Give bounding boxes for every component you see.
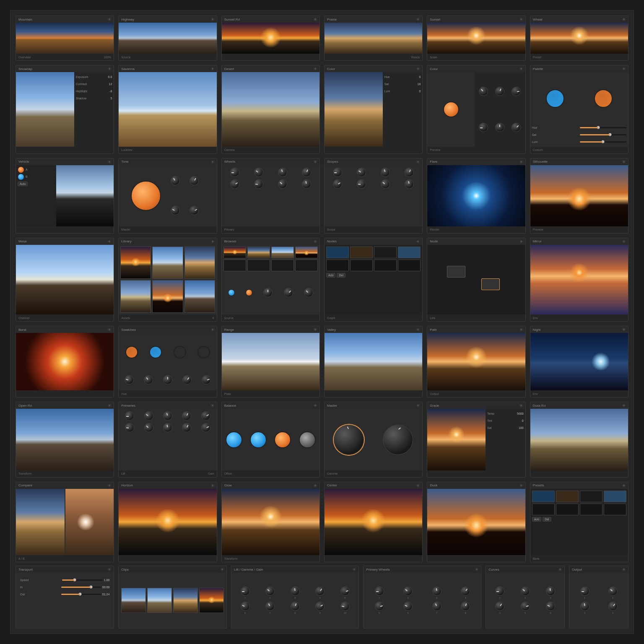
wheel-shadow[interactable] xyxy=(226,431,242,448)
clip-thumb[interactable] xyxy=(247,247,270,258)
knob[interactable] xyxy=(333,179,342,189)
tile-body[interactable] xyxy=(427,72,525,146)
empty-slot[interactable] xyxy=(247,260,270,271)
node-thumb[interactable] xyxy=(604,504,626,515)
preset-tile[interactable]: SunsetScale xyxy=(427,16,525,61)
knob[interactable] xyxy=(144,423,153,432)
preset-tile[interactable]: BrowserSource xyxy=(221,238,320,322)
knob[interactable] xyxy=(263,288,273,297)
preset-tile[interactable]: Dusk Rd xyxy=(530,402,628,477)
clip[interactable] xyxy=(199,588,224,613)
del-button[interactable]: Del xyxy=(543,517,551,522)
tile-body[interactable] xyxy=(16,245,114,314)
preset-tile[interactable]: SwatchesHue xyxy=(118,326,217,397)
tile-body[interactable] xyxy=(427,23,525,54)
knob[interactable] xyxy=(383,425,413,455)
dot[interactable] xyxy=(18,174,24,180)
preset-tile[interactable]: PresetsAddDelBank xyxy=(530,482,628,562)
preset-tile[interactable]: GlowTransform xyxy=(221,482,320,562)
knob[interactable] xyxy=(291,587,300,596)
tile-body[interactable] xyxy=(222,23,319,54)
tile-body[interactable]: Hue0Sat18Lum0 xyxy=(325,72,422,146)
preset-tile[interactable]: HighwaySource xyxy=(118,16,217,61)
tile-body[interactable] xyxy=(222,72,319,146)
preset-tile[interactable]: MountainOverview100% xyxy=(16,16,114,61)
preset-tile[interactable]: WheatPreset xyxy=(530,16,628,61)
tile-body[interactable]: Exposure0.0Contrast12Highlight-8Shadow5 xyxy=(16,72,114,146)
preset-tile[interactable]: NightEnv xyxy=(530,326,628,397)
knob[interactable] xyxy=(580,602,589,611)
tile-body[interactable] xyxy=(530,333,628,390)
knob[interactable] xyxy=(608,587,618,596)
tile-body[interactable] xyxy=(119,23,216,54)
tile-body[interactable] xyxy=(119,165,216,226)
knob[interactable] xyxy=(171,176,180,185)
empty-slot[interactable] xyxy=(295,260,318,271)
knob[interactable] xyxy=(190,206,199,215)
tile-body[interactable] xyxy=(325,333,422,390)
tile-body[interactable] xyxy=(325,165,422,226)
preset-tile[interactable]: PathOutput xyxy=(427,326,525,397)
knob[interactable] xyxy=(405,168,414,177)
preset-tile[interactable]: Sunset Rd xyxy=(221,16,320,61)
tile-body[interactable] xyxy=(16,409,114,470)
knob[interactable] xyxy=(405,179,414,189)
tile-body[interactable] xyxy=(119,489,216,555)
knob[interactable] xyxy=(512,87,521,96)
node-thumb[interactable] xyxy=(326,260,349,271)
knob[interactable] xyxy=(495,602,504,611)
asset-thumb[interactable] xyxy=(184,280,215,313)
knob[interactable] xyxy=(202,375,211,384)
tile-body[interactable] xyxy=(530,23,628,54)
preset-tile[interactable]: BalanceOffset xyxy=(221,402,320,477)
wheel-mid[interactable] xyxy=(250,431,267,448)
preset-tile[interactable]: ColorPreview xyxy=(427,65,525,153)
knob[interactable] xyxy=(182,411,191,421)
asset-thumb[interactable] xyxy=(120,280,151,313)
preset-tile[interactable]: FlareRender xyxy=(427,158,525,234)
preset-tile[interactable]: SilhouettePreview xyxy=(530,158,628,234)
wheel[interactable] xyxy=(174,346,186,358)
tile-body[interactable] xyxy=(222,489,319,555)
slider[interactable] xyxy=(61,587,101,588)
knob[interactable] xyxy=(461,587,470,596)
knob[interactable] xyxy=(375,587,384,596)
preset-tile[interactable]: MasterGamma xyxy=(324,402,423,477)
palette-swatch[interactable] xyxy=(546,89,564,108)
wheel-offset[interactable] xyxy=(299,431,316,448)
knob[interactable] xyxy=(495,87,504,96)
knob[interactable] xyxy=(230,179,239,189)
tile-body[interactable] xyxy=(530,245,628,314)
node-thumb[interactable] xyxy=(532,504,555,515)
asset-thumb[interactable] xyxy=(152,280,183,313)
tile-body[interactable] xyxy=(119,409,216,470)
knob[interactable] xyxy=(479,87,488,96)
tile-body[interactable] xyxy=(427,333,525,390)
empty-slot[interactable] xyxy=(223,260,246,271)
node-thumb[interactable] xyxy=(556,504,579,515)
knob[interactable] xyxy=(201,411,210,421)
node-thumb[interactable] xyxy=(580,491,602,502)
tile-body[interactable]: AddDel xyxy=(325,245,422,314)
knob[interactable] xyxy=(302,179,311,189)
knob[interactable] xyxy=(302,168,311,177)
tile-body[interactable] xyxy=(16,23,114,54)
tile-body[interactable] xyxy=(427,245,525,314)
preset-tile[interactable]: ScopesScope xyxy=(324,158,423,234)
tile-body[interactable] xyxy=(222,245,319,314)
node-thumb[interactable] xyxy=(532,491,555,502)
wheel[interactable] xyxy=(125,346,138,358)
node-thumb[interactable] xyxy=(326,247,349,258)
tile-body[interactable] xyxy=(427,489,525,555)
knob[interactable] xyxy=(580,587,589,596)
del-button[interactable]: Del xyxy=(337,273,345,278)
knob[interactable] xyxy=(241,587,250,596)
tile-body[interactable] xyxy=(222,333,319,390)
tile-body[interactable] xyxy=(119,245,216,314)
knob[interactable] xyxy=(333,168,342,177)
preset-tile[interactable]: MirrorEnv xyxy=(530,238,628,322)
tile-body[interactable]: HueSatLum xyxy=(530,72,628,146)
knob[interactable] xyxy=(546,587,555,596)
wheel-high[interactable] xyxy=(274,431,291,448)
asset-thumb[interactable] xyxy=(152,247,183,279)
